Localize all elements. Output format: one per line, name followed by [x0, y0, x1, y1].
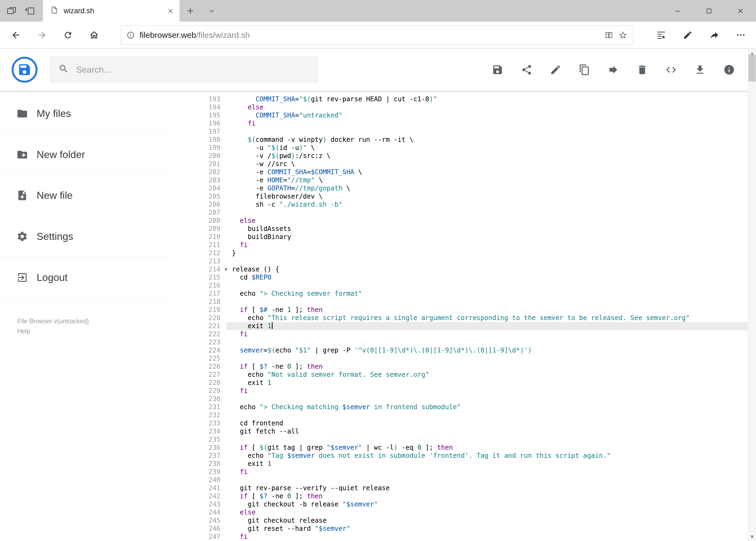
filebrowser-logo[interactable]: [12, 57, 38, 83]
code-line[interactable]: 220 echo "This release script requires a…: [194, 314, 756, 322]
code-line[interactable]: 212}: [194, 249, 756, 257]
code-line[interactable]: 214▾release () {: [194, 265, 756, 273]
tab-close-icon[interactable]: [167, 8, 173, 14]
copy-button[interactable]: [579, 64, 590, 76]
code-line[interactable]: 209 buildAssets: [194, 225, 756, 233]
close-window-button[interactable]: [725, 0, 756, 22]
code-line[interactable]: 207: [194, 209, 756, 217]
code-line[interactable]: 230: [194, 395, 756, 403]
code-line[interactable]: 247 fi: [194, 533, 756, 541]
code-line[interactable]: 203 -e HOME="//tmp" \: [194, 176, 756, 184]
new-tab-button[interactable]: [179, 0, 202, 22]
code-line[interactable]: 200 -v /$(pwd):/src:z \: [194, 152, 756, 160]
share-page-button[interactable]: [701, 24, 727, 47]
code-line[interactable]: 239 fi: [194, 468, 756, 476]
code-line[interactable]: 217 echo "> Checking semver format": [194, 289, 756, 297]
code-editor[interactable]: 193 COMMIT_SHA="$(git rev-parse HEAD | c…: [194, 91, 756, 541]
url-text[interactable]: filebrowser.web/files/wizard.sh: [139, 31, 600, 40]
tab-preview-icon[interactable]: [6, 6, 17, 16]
favorite-star-icon[interactable]: [619, 31, 628, 40]
code-line[interactable]: 241 git rev-parse --verify --quiet relea…: [194, 484, 756, 492]
code-line[interactable]: 210 buildBinary: [194, 233, 756, 241]
code-line[interactable]: 219 if [ $# -ne 1 ]; then: [194, 306, 756, 314]
code-line[interactable]: 199 -u "$(id -u)" \: [194, 144, 756, 152]
code-line[interactable]: 208 else: [194, 217, 756, 225]
code-line[interactable]: 237 echo "Tag $semver does not exist in …: [194, 452, 756, 460]
code-line[interactable]: 224 semver=$(echo "$1" | grep -P '^v(0|[…: [194, 346, 756, 354]
save-button[interactable]: [492, 64, 503, 76]
more-options-button[interactable]: [728, 24, 754, 47]
scrollbar-thumb[interactable]: [748, 55, 756, 82]
code-line[interactable]: 213: [194, 257, 756, 265]
code-line[interactable]: 236 if [ $(git tag | grep "$semver" | wc…: [194, 443, 756, 452]
code-line[interactable]: 196 fi: [194, 119, 756, 128]
code-line[interactable]: 245 git checkout release: [194, 516, 756, 525]
code-line[interactable]: 231 echo "> Checking matching $semver in…: [194, 403, 756, 411]
code-line[interactable]: 211 fi: [194, 241, 756, 249]
minimize-button[interactable]: [662, 0, 693, 22]
code-line[interactable]: 215 cd $REPO: [194, 273, 756, 281]
back-button[interactable]: [3, 24, 29, 47]
code-line[interactable]: 233 cd frontend: [194, 419, 756, 427]
code-line[interactable]: 218: [194, 297, 756, 306]
code-line[interactable]: 222 fi: [194, 330, 756, 338]
fold-arrow-icon[interactable]: ▾: [225, 265, 227, 273]
code-line[interactable]: 244 else: [194, 508, 756, 516]
code-line[interactable]: 240: [194, 476, 756, 484]
code-line[interactable]: 226 if [ $? -ne 0 ]; then: [194, 362, 756, 370]
code-line[interactable]: 238 exit 1: [194, 460, 756, 468]
tab-list-chevron-icon[interactable]: [202, 0, 222, 22]
download-button[interactable]: [694, 64, 706, 76]
code-line[interactable]: 223: [194, 338, 756, 346]
code-line[interactable]: 195 COMMIT_SHA="untracked": [194, 111, 756, 119]
code-line[interactable]: 201 -w //src \: [194, 160, 756, 168]
code-line[interactable]: 198 $(command -v winpty) docker run --rm…: [194, 136, 756, 144]
browser-tab[interactable]: wizard.sh: [43, 0, 179, 22]
refresh-button[interactable]: [55, 24, 81, 47]
sidebar-item-my-files[interactable]: My files: [0, 93, 173, 134]
code-button[interactable]: [665, 64, 677, 76]
code-line[interactable]: 229 fi: [194, 387, 756, 395]
code-line[interactable]: 193 COMMIT_SHA="$(git rev-parse HEAD | c…: [194, 95, 756, 103]
code-line[interactable]: 221 exit 1: [194, 322, 756, 330]
address-bar[interactable]: filebrowser.web/files/wizard.sh: [121, 25, 634, 45]
code-line[interactable]: 228 exit 1: [194, 379, 756, 387]
code-line[interactable]: 197: [194, 128, 756, 136]
maximize-button[interactable]: [693, 0, 725, 22]
sidebar-item-new-folder[interactable]: New folder: [0, 134, 173, 175]
code-line[interactable]: 232: [194, 411, 756, 419]
move-button[interactable]: [608, 64, 619, 76]
code-line[interactable]: 246 git reset --hard "$semver": [194, 525, 756, 533]
sidebar-item-new-file[interactable]: New file: [0, 175, 173, 216]
hub-favorites-button[interactable]: [648, 24, 674, 47]
page-scrollbar[interactable]: ▲ ▼: [748, 49, 756, 541]
info-button[interactable]: [723, 64, 735, 76]
sidebar-item-logout[interactable]: Logout: [0, 257, 173, 298]
code-line[interactable]: 225: [194, 354, 756, 362]
set-tabs-aside-icon[interactable]: [25, 6, 35, 16]
code-line[interactable]: 227 echo "Not valid semver format. See s…: [194, 370, 756, 379]
code-line[interactable]: 242 if [ $? -ne 0 ]; then: [194, 492, 756, 500]
code-line[interactable]: 206 sh -c "./wizard.sh -b": [194, 201, 756, 209]
help-link[interactable]: Help: [17, 326, 194, 336]
home-button[interactable]: [81, 24, 107, 47]
delete-button[interactable]: [636, 64, 648, 76]
code-line[interactable]: 202 -e COMMIT_SHA=$COMMIT_SHA \: [194, 168, 756, 176]
code-line[interactable]: 205 filebrowser/dev \: [194, 192, 756, 201]
web-note-pen-button[interactable]: [674, 24, 701, 47]
code-line[interactable]: 235: [194, 435, 756, 443]
code-line[interactable]: 204 -e GOPATH=//tmp/gopath \: [194, 184, 756, 192]
code-line[interactable]: 243 git checkout -b release "$semver": [194, 500, 756, 508]
reading-view-icon[interactable]: [604, 31, 614, 40]
edit-button[interactable]: [550, 64, 561, 76]
search-input[interactable]: [76, 65, 310, 75]
search-box[interactable]: [50, 56, 318, 83]
site-info-icon[interactable]: [126, 31, 135, 39]
code-line[interactable]: 234 git fetch --all: [194, 427, 756, 435]
forward-button[interactable]: [29, 24, 55, 47]
scroll-down-icon[interactable]: ▼: [748, 533, 756, 541]
share-button[interactable]: [521, 64, 533, 76]
code-line[interactable]: 216: [194, 281, 756, 289]
code-line[interactable]: 194 else: [194, 103, 756, 111]
sidebar-item-settings[interactable]: Settings: [0, 216, 173, 257]
